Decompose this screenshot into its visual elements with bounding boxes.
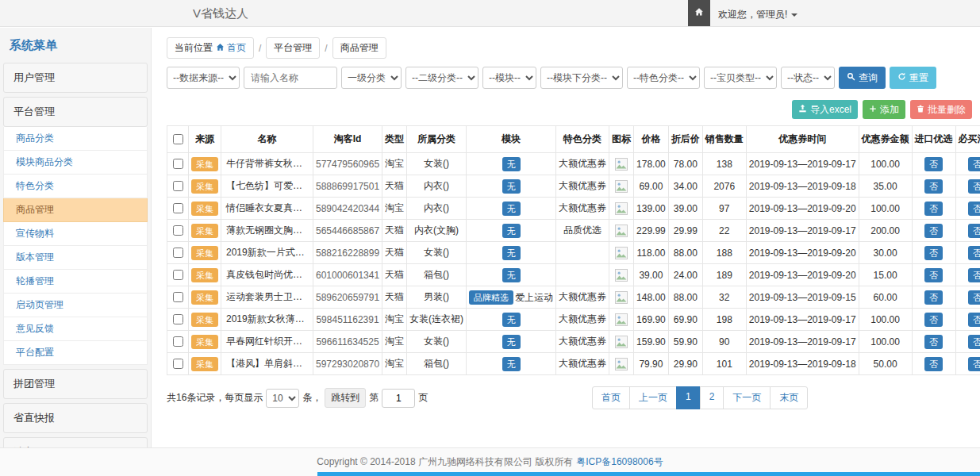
- module-badge[interactable]: 无: [502, 157, 521, 171]
- import-excel-button[interactable]: 导入excel: [792, 100, 858, 119]
- sidebar-item[interactable]: 版本管理: [3, 246, 148, 270]
- import-optimal-toggle[interactable]: 否: [924, 157, 943, 171]
- import-optimal-toggle[interactable]: 否: [924, 202, 943, 216]
- filter-select[interactable]: --模块--: [482, 67, 536, 89]
- column-header: 所属分类: [407, 126, 467, 153]
- row-checkbox[interactable]: [173, 159, 183, 169]
- page-button[interactable]: 1: [676, 386, 701, 409]
- filter-select[interactable]: --模块下分类--: [540, 67, 623, 89]
- feature-category: 大额优惠券: [556, 331, 609, 353]
- import-optimal-toggle[interactable]: 否: [924, 179, 943, 194]
- row-checkbox[interactable]: [173, 336, 183, 347]
- user-menu[interactable]: 欢迎您，管理员!: [718, 8, 797, 21]
- must-buy-toggle[interactable]: 否: [968, 246, 980, 260]
- product-thumbnail: [615, 269, 628, 280]
- row-checkbox[interactable]: [173, 203, 183, 213]
- sidebar-item[interactable]: 用户管理: [3, 63, 148, 93]
- module-badge[interactable]: 无: [502, 335, 521, 349]
- module-badge[interactable]: 品牌精选: [469, 290, 513, 305]
- sidebar-item[interactable]: 拼团管理: [3, 369, 148, 399]
- import-optimal-toggle[interactable]: 否: [924, 224, 943, 238]
- add-button[interactable]: 添加: [863, 100, 905, 119]
- sidebar-item[interactable]: 商品管理: [3, 198, 148, 222]
- sidebar-item[interactable]: 省直快报: [3, 403, 148, 433]
- jump-button[interactable]: 跳转到: [325, 388, 366, 408]
- sidebar-item[interactable]: 模块商品分类: [3, 151, 148, 175]
- taoke-id: 588869917501: [313, 175, 382, 198]
- refresh-icon: [897, 72, 906, 83]
- page-button[interactable]: 首页: [592, 386, 630, 409]
- filter-select[interactable]: --状态--: [781, 67, 835, 89]
- import-optimal-toggle[interactable]: 否: [924, 246, 943, 260]
- sidebar-item[interactable]: 平台管理: [3, 97, 148, 127]
- row-checkbox[interactable]: [173, 248, 183, 258]
- must-buy-toggle[interactable]: 否: [968, 313, 980, 327]
- jump-mid-text: 第: [369, 391, 379, 405]
- query-button[interactable]: 查询: [839, 67, 886, 89]
- page-number-input[interactable]: [382, 389, 415, 408]
- import-optimal-toggle[interactable]: 否: [924, 335, 943, 349]
- must-buy-toggle[interactable]: 否: [968, 157, 980, 171]
- filter-select[interactable]: --特色分类--: [627, 67, 700, 89]
- product-category: 箱包(): [407, 353, 467, 375]
- module-badge[interactable]: 无: [502, 202, 521, 216]
- module-badge[interactable]: 无: [502, 224, 521, 238]
- sidebar-item[interactable]: 轮播管理: [3, 270, 148, 294]
- module-badge[interactable]: 无: [502, 268, 521, 282]
- per-page-select[interactable]: 10: [266, 389, 299, 408]
- breadcrumb-home-link[interactable]: 首页: [216, 41, 246, 55]
- must-buy-toggle[interactable]: 否: [968, 224, 980, 238]
- taoke-id: 589620659791: [313, 286, 382, 309]
- row-checkbox[interactable]: [173, 314, 183, 324]
- must-buy-toggle[interactable]: 否: [968, 202, 980, 216]
- row-checkbox[interactable]: [173, 292, 183, 302]
- module-badge[interactable]: 无: [502, 246, 521, 260]
- sidebar-item[interactable]: 特色分类: [3, 175, 148, 198]
- sidebar-item[interactable]: 意见反馈: [3, 317, 148, 341]
- row-checkbox[interactable]: [173, 181, 183, 191]
- column-header: 来源: [189, 126, 221, 153]
- table-row: 采集 【港风】单肩斜挎链条... 597293020870 淘宝 箱包() 无 …: [167, 353, 980, 375]
- page-button[interactable]: 上一页: [629, 386, 677, 409]
- sidebar-item[interactable]: 消息管理: [3, 437, 148, 447]
- icp-link[interactable]: 粤ICP备16098006号: [576, 455, 663, 469]
- page-button[interactable]: 2: [700, 386, 724, 409]
- sidebar-item[interactable]: 启动页管理: [3, 294, 148, 317]
- row-checkbox[interactable]: [173, 359, 183, 369]
- breadcrumb-item-platform[interactable]: 平台管理: [266, 37, 320, 59]
- module-badge[interactable]: 无: [502, 179, 521, 194]
- batch-delete-button[interactable]: 批量删除: [910, 100, 972, 119]
- coupon-time: 2019-09-13—2019-09-15: [746, 286, 859, 309]
- page-button[interactable]: 下一页: [723, 386, 771, 409]
- sidebar-item[interactable]: 宣传物料: [3, 222, 148, 246]
- module-badge[interactable]: 无: [502, 313, 521, 327]
- import-optimal-toggle[interactable]: 否: [924, 313, 943, 327]
- module-badge[interactable]: 无: [502, 357, 521, 371]
- filter-select[interactable]: --二级分类--: [405, 67, 478, 89]
- row-checkbox[interactable]: [173, 270, 183, 280]
- must-buy-toggle[interactable]: 否: [968, 290, 980, 305]
- must-buy-toggle[interactable]: 否: [968, 357, 980, 371]
- product-type: 淘宝: [382, 331, 407, 353]
- filter-select[interactable]: 一级分类: [341, 67, 402, 89]
- taoke-id: 588216228899: [313, 242, 382, 264]
- sidebar-item[interactable]: 商品分类: [3, 127, 148, 151]
- home-button[interactable]: [688, 0, 710, 26]
- data-source-select[interactable]: --数据来源--: [167, 67, 240, 89]
- reset-button[interactable]: 重置: [890, 67, 936, 89]
- page-button[interactable]: 末页: [770, 386, 808, 409]
- sidebar-item[interactable]: 平台配置: [3, 341, 148, 365]
- import-optimal-toggle[interactable]: 否: [924, 290, 943, 305]
- select-all-checkbox[interactable]: [173, 134, 183, 144]
- import-optimal-toggle[interactable]: 否: [924, 268, 943, 282]
- source-badge: 采集: [191, 335, 218, 349]
- table-row: 采集 薄款无钢圈文胸聚拢性... 565446685867 天猫 内衣(文胸) …: [167, 220, 980, 242]
- must-buy-toggle[interactable]: 否: [968, 179, 980, 194]
- must-buy-toggle[interactable]: 否: [968, 268, 980, 282]
- must-buy-toggle[interactable]: 否: [968, 335, 980, 349]
- sales-count: 101: [702, 353, 746, 375]
- name-search-input[interactable]: [244, 67, 337, 89]
- filter-select[interactable]: --宝贝类型--: [704, 67, 777, 89]
- import-optimal-toggle[interactable]: 否: [924, 357, 943, 371]
- row-checkbox[interactable]: [173, 225, 183, 236]
